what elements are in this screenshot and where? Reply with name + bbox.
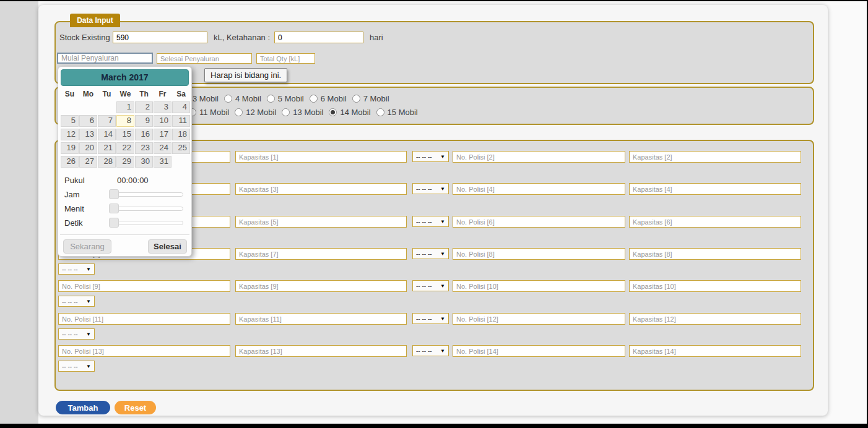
vehicle-select[interactable]: -- -- --▼ [412, 248, 449, 259]
calendar-day-cell[interactable]: 27 [79, 156, 97, 168]
kap-input[interactable] [235, 345, 407, 357]
mobil-option-15-mobil[interactable]: 15 Mobil [376, 108, 418, 117]
calendar-day-cell[interactable]: 29 [116, 156, 134, 168]
stock-existing-input[interactable] [113, 32, 207, 43]
calendar-day-cell[interactable]: 22 [116, 142, 134, 154]
kap-input[interactable] [235, 183, 407, 195]
nopol-input[interactable] [453, 183, 625, 195]
radio-icon[interactable] [310, 95, 318, 103]
vehicle-select[interactable]: -- -- --▼ [412, 183, 449, 194]
menit-slider-track[interactable] [110, 207, 183, 211]
calendar-day-cell[interactable]: 12 [61, 129, 79, 140]
kap-input[interactable] [629, 248, 801, 260]
calendar-day-cell[interactable]: 5 [61, 115, 79, 127]
vehicle-select[interactable]: -- -- --▼ [412, 280, 449, 291]
calendar-day-cell[interactable]: 20 [79, 142, 97, 154]
kap-input[interactable] [235, 151, 407, 163]
calendar-day-cell[interactable]: 17 [154, 129, 171, 140]
mobil-option-14-mobil[interactable]: 14 Mobil [329, 108, 370, 117]
mobil-option-5-mobil[interactable]: 5 Mobil [267, 94, 304, 103]
vehicle-select[interactable]: -- -- --▼ [58, 328, 95, 340]
calendar-day-cell[interactable]: 21 [98, 142, 116, 154]
ketahanan-label: kL, Ketahanan : [214, 33, 270, 42]
mobil-option-6-mobil[interactable]: 6 Mobil [310, 94, 347, 103]
vehicle-select[interactable]: -- -- --▼ [58, 263, 95, 275]
calendar-day-cell[interactable]: 3 [154, 101, 171, 113]
menit-slider-handle[interactable] [109, 203, 119, 213]
vehicle-select[interactable]: -- -- --▼ [58, 361, 95, 372]
detik-slider-handle[interactable] [109, 218, 119, 228]
calendar-day-cell[interactable]: 25 [172, 142, 190, 154]
vehicle-select[interactable]: -- -- --▼ [412, 216, 449, 227]
nopol-input[interactable] [58, 345, 230, 357]
calendar-day-cell[interactable]: 8 [116, 115, 134, 127]
mobil-option-4-mobil[interactable]: 4 Mobil [224, 94, 261, 103]
calendar-day-cell[interactable]: 2 [135, 101, 153, 113]
kap-input[interactable] [629, 183, 801, 195]
calendar-day-cell[interactable]: 28 [98, 156, 116, 168]
radio-icon[interactable] [282, 108, 290, 116]
sekarang-button[interactable]: Sekarang [63, 239, 111, 254]
kap-input[interactable] [235, 216, 407, 228]
mobil-option-13-mobil[interactable]: 13 Mobil [282, 108, 323, 117]
kap-input[interactable] [629, 345, 801, 357]
calendar-day-cell[interactable]: 19 [61, 142, 79, 154]
kap-input[interactable] [629, 280, 801, 292]
radio-icon[interactable] [267, 95, 275, 103]
jam-slider-track[interactable] [110, 192, 183, 197]
radio-icon[interactable] [352, 95, 360, 103]
vehicle-select[interactable]: -- -- --▼ [412, 345, 449, 356]
calendar-day-cell[interactable]: 7 [98, 115, 116, 127]
detik-slider-track[interactable] [110, 221, 183, 225]
mulai-penyaluran-input[interactable] [57, 53, 153, 64]
tab-data-input[interactable]: Data Input [70, 14, 120, 27]
nopol-input[interactable] [453, 151, 625, 163]
radio-icon[interactable] [376, 108, 384, 116]
radio-icon[interactable] [235, 108, 243, 116]
nopol-input[interactable] [453, 345, 625, 357]
mobil-option-7-mobil[interactable]: 7 Mobil [352, 94, 389, 103]
calendar-day-cell[interactable]: 10 [154, 115, 171, 127]
nopol-input[interactable] [453, 216, 625, 228]
calendar-day-cell[interactable]: 1 [116, 101, 134, 113]
nopol-input[interactable] [453, 280, 625, 292]
kap-input[interactable] [235, 313, 407, 325]
selesai-penyaluran-input[interactable] [157, 53, 252, 64]
tambah-button[interactable]: Tambah [56, 401, 110, 414]
calendar-day-cell[interactable]: 13 [79, 129, 97, 140]
calendar-day-cell[interactable]: 15 [116, 129, 134, 140]
calendar-day-cell[interactable]: 6 [79, 115, 97, 127]
selesai-button[interactable]: Selesai [148, 239, 187, 254]
calendar-day-cell[interactable]: 4 [172, 101, 190, 113]
nopol-input[interactable] [453, 313, 625, 325]
vehicle-select[interactable]: -- -- --▼ [412, 313, 449, 324]
jam-slider-handle[interactable] [109, 189, 119, 199]
calendar-day-cell[interactable]: 31 [154, 156, 171, 168]
nopol-input[interactable] [453, 248, 625, 260]
reset-button[interactable]: Reset [115, 401, 156, 414]
vehicle-select[interactable]: -- -- --▼ [58, 296, 95, 307]
nopol-input[interactable] [58, 280, 230, 292]
calendar-day-cell[interactable]: 26 [61, 156, 79, 168]
radio-icon[interactable] [224, 95, 232, 103]
mobil-option-11-mobil[interactable]: 11 Mobil [188, 108, 229, 117]
nopol-input[interactable] [58, 313, 230, 325]
mobil-option-12-mobil[interactable]: 12 Mobil [235, 108, 276, 117]
radio-icon[interactable] [329, 108, 337, 116]
kap-input[interactable] [235, 280, 407, 292]
calendar-day-cell[interactable]: 30 [135, 156, 153, 168]
kap-input[interactable] [629, 151, 801, 163]
total-qty-input[interactable] [256, 53, 315, 64]
calendar-day-cell[interactable]: 11 [172, 115, 190, 127]
calendar-day-cell[interactable]: 9 [135, 115, 153, 127]
kap-input[interactable] [629, 313, 801, 325]
calendar-day-cell[interactable]: 23 [135, 142, 153, 154]
calendar-day-cell[interactable]: 14 [98, 129, 116, 140]
calendar-day-cell[interactable]: 24 [154, 142, 171, 154]
kap-input[interactable] [629, 216, 801, 228]
ketahanan-input[interactable] [274, 32, 363, 43]
vehicle-select[interactable]: -- -- --▼ [412, 151, 449, 162]
kap-input[interactable] [235, 248, 407, 260]
calendar-day-cell[interactable]: 18 [172, 129, 190, 140]
calendar-day-cell[interactable]: 16 [135, 129, 153, 140]
